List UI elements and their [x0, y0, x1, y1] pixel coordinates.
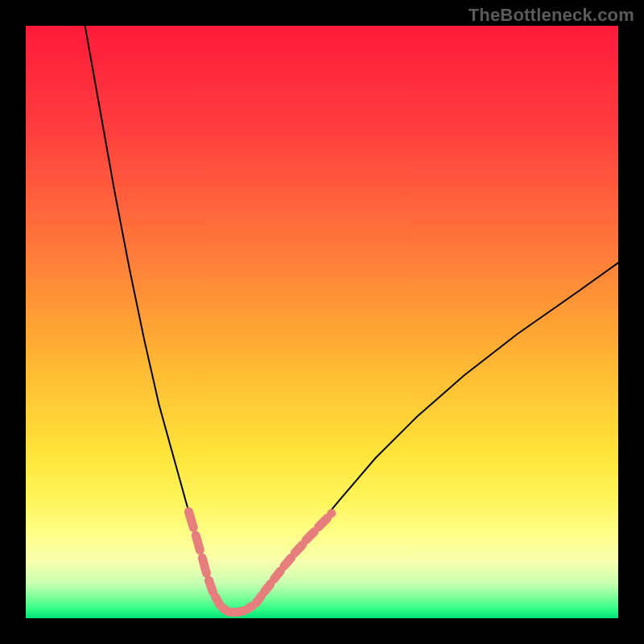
dash-segment: [188, 512, 193, 528]
dash-segment: [295, 545, 303, 553]
dash-segment: [306, 532, 314, 540]
outer-frame: TheBottleneck.com: [0, 0, 644, 644]
dash-segment: [256, 596, 262, 603]
dash-segment: [216, 597, 221, 605]
plot-area: [26, 26, 618, 618]
dash-segment: [319, 518, 328, 527]
dash-segment: [284, 558, 291, 566]
dash-segment: [208, 580, 213, 592]
chart-svg: [26, 26, 618, 618]
watermark-text: TheBottleneck.com: [469, 5, 634, 26]
dash-segment: [274, 571, 280, 579]
dash-segment: [265, 584, 270, 592]
dash-segment: [247, 606, 253, 609]
dash-segment: [202, 558, 206, 573]
dash-segment: [196, 535, 200, 550]
